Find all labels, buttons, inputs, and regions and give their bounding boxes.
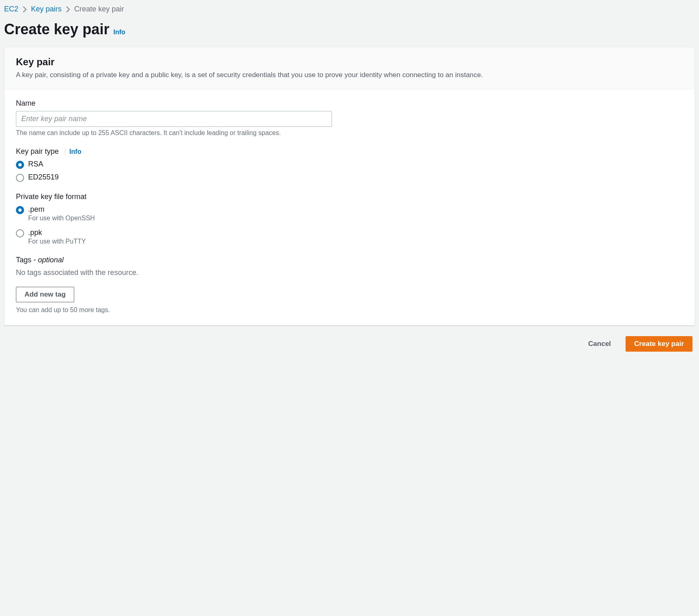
panel-header: Key pair A key pair, consisting of a pri… [4, 47, 695, 89]
radio-label: RSA [28, 160, 43, 168]
breadcrumb-link-key-pairs[interactable]: Key pairs [31, 5, 62, 13]
panel-title: Key pair [16, 56, 683, 68]
radio-label: ED25519 [28, 173, 59, 182]
page-title: Create key pair [4, 21, 109, 38]
keypair-type-info-link[interactable]: Info [65, 148, 81, 155]
name-label: Name [16, 99, 683, 108]
chevron-right-icon [66, 6, 70, 13]
file-format-group: Private key file format .pem For use wit… [16, 193, 683, 245]
tags-optional: optional [38, 256, 64, 264]
radio-ppk[interactable]: .ppk For use with PuTTY [16, 228, 683, 245]
radio-pem[interactable]: .pem For use with OpenSSH [16, 205, 683, 222]
breadcrumb: EC2 Key pairs Create key pair [4, 5, 695, 13]
radio-rsa[interactable]: RSA [16, 160, 683, 169]
radio-label: .ppk [28, 228, 86, 237]
tags-group: Tags - optional No tags associated with … [16, 256, 683, 314]
radio-icon [16, 206, 24, 214]
name-input[interactable] [16, 111, 332, 127]
radio-label: .pem [28, 205, 95, 214]
keypair-type-group: Key pair type Info RSA ED25519 [16, 147, 683, 182]
key-pair-panel: Key pair A key pair, consisting of a pri… [4, 47, 695, 326]
breadcrumb-current: Create key pair [74, 5, 124, 13]
radio-icon [16, 174, 24, 182]
footer-actions: Cancel Create key pair [4, 336, 695, 352]
name-helper: The name can include up to 255 ASCII cha… [16, 129, 683, 137]
chevron-right-icon [22, 6, 27, 13]
create-key-pair-button[interactable]: Create key pair [626, 336, 692, 352]
file-format-label: Private key file format [16, 193, 86, 201]
add-tag-button[interactable]: Add new tag [16, 287, 74, 302]
info-link[interactable]: Info [113, 29, 125, 35]
panel-description: A key pair, consisting of a private key … [16, 70, 683, 80]
cancel-button[interactable]: Cancel [580, 337, 619, 351]
tags-limit-text: You can add up to 50 more tags. [16, 306, 683, 314]
name-field-group: Name The name can include up to 255 ASCI… [16, 99, 683, 137]
tags-empty-text: No tags associated with the resource. [16, 268, 683, 277]
breadcrumb-link-ec2[interactable]: EC2 [4, 5, 18, 13]
radio-icon [16, 161, 24, 169]
radio-sublabel: For use with PuTTY [28, 238, 86, 245]
keypair-type-label: Key pair type [16, 147, 59, 155]
radio-sublabel: For use with OpenSSH [28, 215, 95, 222]
radio-ed25519[interactable]: ED25519 [16, 173, 683, 182]
radio-icon [16, 229, 24, 237]
tags-label: Tags - [16, 256, 38, 264]
